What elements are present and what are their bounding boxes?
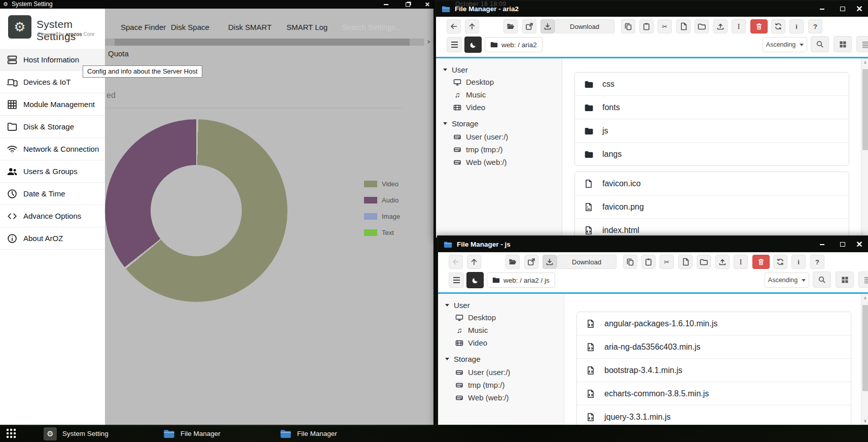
file-row-aria-ng[interactable]: aria-ng-da5356c403.min.js bbox=[577, 335, 851, 359]
sidebar-item-advance-options[interactable]: Advance Options bbox=[0, 205, 105, 227]
tree-item-user-drive[interactable]: User (user:/) bbox=[453, 132, 508, 141]
cut-button[interactable]: ✂ bbox=[660, 255, 674, 269]
close-button[interactable]: ✕ bbox=[852, 236, 867, 252]
scrollbar-thumb[interactable] bbox=[862, 69, 868, 150]
list-view-button[interactable] bbox=[856, 36, 868, 52]
file-row-bootstrap[interactable]: bootstrap-3.4.1.min.js bbox=[577, 359, 851, 382]
close-button[interactable]: ✕ bbox=[852, 1, 867, 17]
file-row-js[interactable]: js bbox=[575, 119, 849, 143]
tree-item-tmp-drive[interactable]: tmp (tmp:/) bbox=[455, 381, 505, 389]
refresh-button[interactable] bbox=[773, 255, 787, 269]
menu-button[interactable] bbox=[449, 273, 464, 288]
paste-button[interactable] bbox=[641, 255, 656, 269]
tree-group-storage[interactable]: Storage bbox=[445, 355, 481, 363]
tab-disk-smart[interactable]: Disk SMART bbox=[228, 23, 272, 31]
tree-item-desktop[interactable]: Desktop bbox=[455, 313, 496, 322]
tabs-scrollbar-thumb[interactable] bbox=[115, 39, 410, 46]
grid-view-button[interactable] bbox=[834, 36, 852, 52]
sidebar-item-network-connection[interactable]: Network & Connection bbox=[0, 138, 105, 160]
vertical-scrollbar[interactable]: ∧ bbox=[861, 58, 868, 237]
tab-disk-space[interactable]: Disk Space bbox=[171, 23, 209, 31]
scroll-up-arrow[interactable]: ∧ bbox=[861, 294, 868, 302]
scroll-down-arrow[interactable]: ∨ bbox=[861, 417, 868, 425]
download-button[interactable]: Download bbox=[555, 19, 614, 33]
open-folder-button[interactable] bbox=[503, 19, 518, 33]
tabs-overflow-button[interactable]: > bbox=[424, 39, 433, 46]
open-in-new-button[interactable] bbox=[524, 255, 538, 269]
new-folder-button[interactable] bbox=[695, 19, 709, 33]
open-in-new-button[interactable] bbox=[522, 19, 536, 33]
sidebar-item-about-aroz[interactable]: About ArOZ bbox=[0, 227, 105, 250]
tree-item-video[interactable]: Video bbox=[453, 103, 485, 112]
maximize-button[interactable] bbox=[835, 236, 850, 252]
tree-item-desktop[interactable]: Desktop bbox=[453, 78, 494, 86]
copy-button[interactable] bbox=[623, 255, 637, 269]
system-settings-titlebar[interactable]: ⚙ System Setting ✕ bbox=[0, 0, 433, 9]
back-button[interactable] bbox=[447, 19, 461, 33]
copy-button[interactable] bbox=[621, 19, 635, 33]
tree-item-music[interactable]: ♫Music bbox=[455, 326, 488, 334]
tree-group-storage[interactable]: Storage bbox=[443, 119, 479, 128]
search-button[interactable] bbox=[811, 36, 829, 52]
up-button[interactable] bbox=[467, 255, 481, 269]
search-settings-input[interactable] bbox=[341, 21, 424, 33]
sidebar-item-users-groups[interactable]: Users & Groups bbox=[0, 160, 105, 183]
taskbar-item-system-setting[interactable]: ⚙ System Setting bbox=[44, 425, 108, 442]
new-file-button[interactable] bbox=[676, 19, 691, 33]
new-folder-button[interactable] bbox=[697, 255, 711, 269]
taskbar-item-file-manager-1[interactable]: File Manager bbox=[163, 425, 221, 442]
minimize-button[interactable] bbox=[814, 236, 829, 252]
tree-item-music[interactable]: ♫Music bbox=[453, 90, 486, 99]
close-button[interactable]: ✕ bbox=[421, 0, 433, 9]
rename-button[interactable]: I bbox=[734, 255, 748, 269]
up-button[interactable] bbox=[465, 19, 479, 33]
sort-order-dropdown[interactable]: Ascending bbox=[765, 273, 809, 288]
minimize-button[interactable] bbox=[379, 0, 392, 9]
tree-item-web-drive[interactable]: Web (web:/) bbox=[453, 158, 507, 166]
upload-button[interactable] bbox=[715, 255, 730, 269]
tabs-scrollbar[interactable]: > bbox=[105, 39, 433, 46]
restore-button[interactable] bbox=[401, 0, 414, 9]
file-row-angular[interactable]: angular-packages-1.6.10.min.js bbox=[577, 312, 851, 335]
tab-smart-log[interactable]: SMART Log bbox=[286, 23, 328, 31]
file-row-favicon-ico[interactable]: favicon.ico bbox=[575, 172, 849, 195]
search-button[interactable] bbox=[813, 271, 831, 288]
paste-button[interactable] bbox=[639, 19, 654, 33]
scroll-up-arrow[interactable]: ∧ bbox=[861, 59, 868, 66]
vertical-scrollbar[interactable]: ∧ ∨ bbox=[861, 294, 868, 425]
file-row-favicon-png[interactable]: favicon.png bbox=[575, 195, 849, 219]
file-row-fonts[interactable]: fonts bbox=[575, 96, 849, 119]
cut-button[interactable]: ✂ bbox=[658, 19, 672, 33]
menu-button[interactable] bbox=[447, 37, 462, 52]
download-icon-button[interactable] bbox=[540, 19, 555, 33]
properties-button[interactable]: i bbox=[789, 19, 804, 33]
sort-order-dropdown[interactable]: Ascending bbox=[763, 37, 807, 52]
dark-mode-button[interactable] bbox=[464, 37, 482, 53]
dark-mode-button[interactable] bbox=[466, 272, 484, 288]
tree-item-web-drive[interactable]: Web (web:/) bbox=[455, 393, 509, 402]
rename-button[interactable]: I bbox=[732, 19, 746, 33]
list-view-button[interactable] bbox=[858, 271, 868, 288]
grid-view-button[interactable] bbox=[836, 271, 854, 288]
sidebar-item-date-time[interactable]: Date & Time bbox=[0, 183, 105, 205]
maximize-button[interactable] bbox=[835, 1, 850, 17]
new-file-button[interactable] bbox=[678, 255, 693, 269]
download-icon-button[interactable] bbox=[542, 255, 557, 269]
tree-item-tmp-drive[interactable]: tmp (tmp:/) bbox=[453, 145, 503, 154]
breadcrumb[interactable]: web: / aria2 / js bbox=[487, 273, 555, 288]
tree-item-user-drive[interactable]: User (user:/) bbox=[455, 368, 510, 377]
upload-button[interactable] bbox=[713, 19, 728, 33]
tree-group-user[interactable]: User bbox=[443, 65, 468, 74]
file-row-echarts[interactable]: echarts-common-3.8.5.min.js bbox=[577, 382, 851, 405]
tab-space-finder[interactable]: Space Finder bbox=[121, 23, 166, 31]
sidebar-item-module-management[interactable]: Module Management bbox=[0, 93, 105, 116]
help-button[interactable]: ? bbox=[808, 19, 822, 33]
sidebar-item-disk-storage[interactable]: Disk & Storage bbox=[0, 116, 105, 138]
refresh-button[interactable] bbox=[771, 19, 785, 33]
file-row-langs[interactable]: langs bbox=[575, 143, 849, 165]
tree-item-video[interactable]: Video bbox=[455, 338, 487, 347]
help-button[interactable]: ? bbox=[810, 255, 824, 269]
minimize-button[interactable] bbox=[814, 1, 829, 17]
download-button[interactable]: Download bbox=[557, 255, 617, 269]
file-manager-titlebar[interactable]: File Manager - js ✕ bbox=[438, 236, 868, 252]
